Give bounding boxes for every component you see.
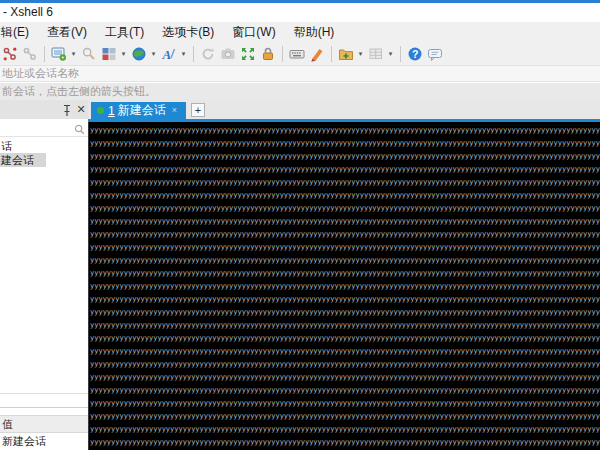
terminal-row: yyyyyyyyyyyyyyyyyyyyyyyyyyyyyyyyyyyyyyyy…: [90, 176, 600, 189]
terminal-row: yyyyyyyyyyyyyyyyyyyyyyyyyyyyyyyyyyyyyyyy…: [90, 215, 600, 228]
toolbar-separator: [44, 46, 45, 62]
menu-item-4[interactable]: 窗口(W): [223, 22, 284, 42]
title-bar[interactable]: - Xshell 6: [0, 3, 600, 22]
terminal-row: yyyyyyyyyyyyyyyyyyyyyyyyyyyyyyyyyyyyyyyy…: [90, 371, 600, 384]
pin-icon[interactable]: [62, 103, 72, 116]
new-file-transfer-dropdown-arrow[interactable]: ▾: [356, 50, 365, 58]
terminal-row: yyyyyyyyyyyyyyyyyyyyyyyyyyyyyyyyyyyyyyyy…: [90, 293, 600, 306]
terminal-row: yyyyyyyyyyyyyyyyyyyyyyyyyyyyyyyyyyyyyyyy…: [90, 306, 600, 319]
fullscreen-icon[interactable]: [239, 45, 257, 63]
address-hint-bar: 前会话，点击左侧的箭头按钮。: [0, 83, 600, 100]
session-properties-icon[interactable]: [50, 45, 68, 63]
font-dropdown-arrow[interactable]: ▾: [179, 50, 188, 58]
reconnect-icon: [199, 45, 217, 63]
properties-row[interactable]: 新建会话: [0, 433, 88, 449]
terminal-row: yyyyyyyyyyyyyyyyyyyyyyyyyyyyyyyyyyyyyyyy…: [90, 228, 600, 241]
menu-bar: 辑(E)查看(V)工具(T)选项卡(B)窗口(W)帮助(H): [0, 22, 600, 42]
toolbar: ▾▾▾A▾▾▾?: [0, 42, 600, 66]
properties-header-value: 值: [0, 415, 88, 433]
panel-close-icon[interactable]: ✕: [75, 101, 87, 117]
session-properties-dropdown-arrow[interactable]: ▾: [69, 50, 78, 58]
terminal-row: yyyyyyyyyyyyyyyyyyyyyyyyyyyyyyyyyyyyyyyy…: [90, 124, 600, 137]
address-bar-input[interactable]: 地址或会话名称: [0, 66, 600, 82]
terminal-row: yyyyyyyyyyyyyyyyyyyyyyyyyyyyyyyyyyyyyyyy…: [90, 358, 600, 371]
highlight-pen-icon[interactable]: [308, 45, 326, 63]
address-placeholder: 地址或会话名称: [2, 67, 79, 79]
session-search-input[interactable]: [0, 122, 88, 137]
find-icon: [80, 45, 98, 63]
help-icon[interactable]: ?: [406, 45, 424, 63]
disconnect-icon: [21, 45, 39, 63]
sidebar-panel-header: ✕: [0, 100, 88, 119]
transfer-queue-icon: [367, 45, 385, 63]
menu-item-0[interactable]: 辑(E): [0, 22, 38, 42]
tab-bar: ✕ 1 新建会话 × +: [0, 100, 600, 119]
address-hint-text: 前会话，点击左侧的箭头按钮。: [2, 85, 156, 97]
svg-text:?: ?: [412, 47, 418, 59]
terminal-row: yyyyyyyyyyyyyyyyyyyyyyyyyyyyyyyyyyyyyyyy…: [90, 163, 600, 176]
terminal-row: yyyyyyyyyyyyyyyyyyyyyyyyyyyyyyyyyyyyyyyy…: [90, 397, 600, 410]
encoding-globe-dropdown-arrow[interactable]: ▾: [149, 50, 158, 58]
toolbar-separator: [282, 46, 283, 62]
panel-divider: [0, 407, 88, 408]
transfer-queue-dropdown-arrow[interactable]: ▾: [386, 50, 395, 58]
terminal-row: yyyyyyyyyyyyyyyyyyyyyyyyyyyyyyyyyyyyyyyy…: [90, 150, 600, 163]
new-file-transfer-icon[interactable]: [337, 45, 355, 63]
layout-dropdown-arrow[interactable]: ▾: [119, 50, 128, 58]
menu-item-5[interactable]: 帮助(H): [285, 22, 344, 42]
feedback-icon[interactable]: [426, 45, 444, 63]
terminal-row: yyyyyyyyyyyyyyyyyyyyyyyyyyyyyyyyyyyyyyyy…: [90, 410, 600, 423]
terminal-row: yyyyyyyyyyyyyyyyyyyyyyyyyyyyyyyyyyyyyyyy…: [90, 384, 600, 397]
toolbar-separator: [331, 46, 332, 62]
terminal-row: yyyyyyyyyyyyyyyyyyyyyyyyyyyyyyyyyyyyyyyy…: [90, 345, 600, 358]
session-tree-item-1[interactable]: 建会话: [0, 153, 46, 167]
screen-capture-icon: [219, 45, 237, 63]
session-manager-panel: 话建会话 值 新建会话: [0, 122, 88, 450]
terminal-screen[interactable]: yyyyyyyyyyyyyyyyyyyyyyyyyyyyyyyyyyyyyyyy…: [88, 122, 600, 450]
connected-indicator-icon: [97, 107, 104, 114]
font-icon[interactable]: A: [160, 45, 178, 63]
terminal-row: yyyyyyyyyyyyyyyyyyyyyyyyyyyyyyyyyyyyyyyy…: [90, 332, 600, 345]
terminal-row: yyyyyyyyyyyyyyyyyyyyyyyyyyyyyyyyyyyyyyyy…: [90, 254, 600, 267]
toolbar-separator: [193, 46, 194, 62]
terminal-row: yyyyyyyyyyyyyyyyyyyyyyyyyyyyyyyyyyyyyyyy…: [90, 241, 600, 254]
menu-item-2[interactable]: 工具(T): [96, 22, 153, 42]
terminal-row: yyyyyyyyyyyyyyyyyyyyyyyyyyyyyyyyyyyyyyyy…: [90, 267, 600, 280]
svg-text:A: A: [162, 46, 172, 61]
encoding-globe-icon[interactable]: [130, 45, 148, 63]
terminal-row: yyyyyyyyyyyyyyyyyyyyyyyyyyyyyyyyyyyyyyyy…: [90, 423, 600, 436]
connect-icon[interactable]: [1, 45, 19, 63]
menu-item-1[interactable]: 查看(V): [38, 22, 96, 42]
tab-new-session[interactable]: 1 新建会话 ×: [91, 102, 186, 119]
terminal-row: yyyyyyyyyyyyyyyyyyyyyyyyyyyyyyyyyyyyyyyy…: [90, 202, 600, 215]
layout-icon[interactable]: [100, 45, 118, 63]
virtual-keyboard-icon[interactable]: [288, 45, 306, 63]
menu-item-3[interactable]: 选项卡(B): [153, 22, 223, 42]
panel-divider: [0, 393, 88, 394]
window-title: - Xshell 6: [3, 5, 53, 19]
search-icon: [74, 124, 85, 135]
toolbar-separator: [400, 46, 401, 62]
terminal-row: yyyyyyyyyyyyyyyyyyyyyyyyyyyyyyyyyyyyyyyy…: [90, 280, 600, 293]
terminal-row: yyyyyyyyyyyyyyyyyyyyyyyyyyyyyyyyyyyyyyyy…: [90, 436, 600, 449]
terminal-row: yyyyyyyyyyyyyyyyyyyyyyyyyyyyyyyyyyyyyyyy…: [90, 319, 600, 332]
terminal-row: yyyyyyyyyyyyyyyyyyyyyyyyyyyyyyyyyyyyyyyy…: [90, 189, 600, 202]
session-tree: 话建会话: [0, 139, 88, 167]
tab-number: 1: [108, 104, 115, 118]
new-tab-button[interactable]: +: [191, 103, 205, 117]
session-tree-item-0[interactable]: 话: [0, 139, 88, 153]
tab-title: 新建会话: [118, 102, 166, 119]
tab-close-icon[interactable]: ×: [172, 102, 177, 119]
lock-screen-icon[interactable]: [259, 45, 277, 63]
terminal-row: yyyyyyyyyyyyyyyyyyyyyyyyyyyyyyyyyyyyyyyy…: [90, 137, 600, 150]
